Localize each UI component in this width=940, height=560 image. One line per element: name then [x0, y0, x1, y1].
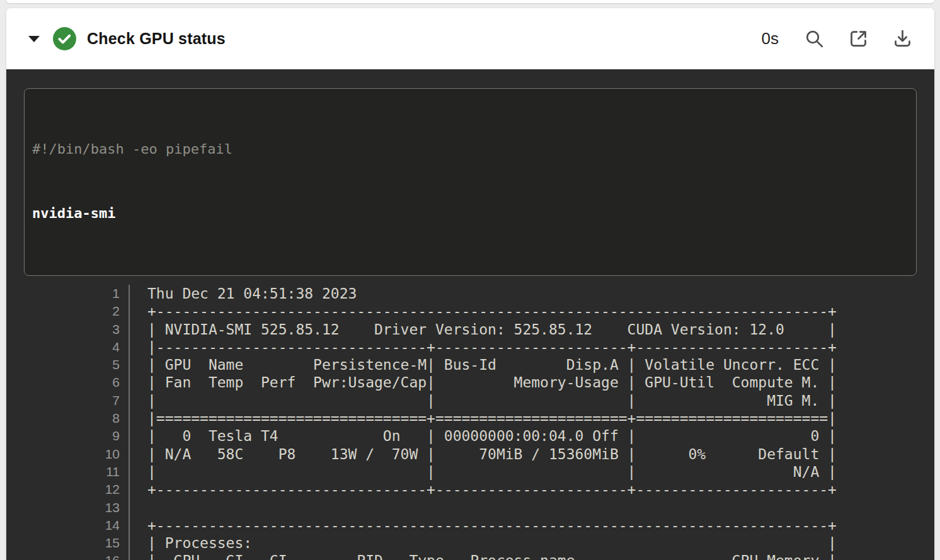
terminal-line: 10| N/A 58C P8 13W / 70W | 70MiB / 15360…: [6, 445, 934, 463]
step-title: Check GPU status: [87, 30, 226, 48]
line-number[interactable]: 7: [112, 393, 120, 408]
previous-card-edge: [6, 0, 934, 3]
gutter-divider: [129, 285, 130, 302]
line-content: | N/A 58C P8 13W / 70W | 70MiB / 15360Mi…: [147, 445, 837, 463]
line-content: | GPU Name Persistence-M| Bus-Id Disp.A …: [147, 356, 837, 374]
line-number[interactable]: 16: [105, 553, 120, 560]
terminal-line: 3| NVIDIA-SMI 525.85.12 Driver Version: …: [6, 321, 934, 338]
terminal-line: 5| GPU Name Persistence-M| Bus-Id Disp.A…: [6, 356, 934, 374]
terminal-panel: #!/bin/bash -eo pipefail nvidia-smi 1Thu…: [6, 69, 934, 560]
terminal-line: 6| Fan Temp Perf Pwr:Usage/Cap| Memory-U…: [6, 374, 934, 391]
step-card: Check GPU status 0s #!/: [6, 8, 934, 560]
line-gutter: 1: [6, 285, 120, 302]
terminal-line: 12+-------------------------------+-----…: [6, 481, 934, 498]
gutter-divider: [129, 409, 130, 427]
line-gutter: 6: [6, 374, 120, 391]
line-number[interactable]: 11: [106, 464, 120, 479]
search-button[interactable]: [803, 28, 825, 50]
gutter-divider: [129, 499, 130, 517]
line-content: | | | MIG M. |: [147, 392, 837, 409]
line-gutter: 13: [6, 499, 120, 517]
line-content: |===============================+=======…: [147, 409, 837, 427]
line-number[interactable]: 2: [112, 304, 120, 318]
download-button[interactable]: [891, 28, 914, 50]
line-content: Thu Dec 21 04:51:38 2023: [147, 285, 357, 302]
download-icon: [892, 28, 913, 49]
command-box: #!/bin/bash -eo pipefail nvidia-smi: [24, 88, 917, 276]
line-gutter: 9: [6, 427, 120, 445]
line-number[interactable]: 12: [105, 482, 120, 496]
gutter-divider: [129, 392, 130, 409]
gutter-divider: [129, 517, 130, 534]
open-in-new-icon: [848, 28, 869, 49]
line-content: | | | N/A |: [147, 463, 837, 481]
gutter-divider: [129, 374, 130, 391]
collapse-arrow-icon[interactable]: [28, 36, 40, 42]
line-gutter: 14: [6, 517, 120, 534]
gutter-divider: [129, 445, 130, 463]
open-in-new-button[interactable]: [847, 28, 869, 50]
line-content: | GPU GI CI PID Type Process name GPU Me…: [147, 552, 837, 560]
line-content: +-------------------------------+-------…: [147, 481, 837, 498]
terminal-line: 8|===============================+======…: [6, 409, 934, 427]
line-number[interactable]: 1: [112, 286, 120, 300]
line-content: |-------------------------------+-------…: [147, 338, 837, 356]
line-number[interactable]: 6: [112, 375, 120, 389]
line-gutter: 16: [6, 552, 120, 560]
gutter-divider: [129, 481, 130, 498]
line-number[interactable]: 9: [112, 428, 120, 443]
gutter-divider: [129, 321, 130, 338]
terminal-line: 13: [6, 499, 934, 517]
search-icon: [804, 28, 825, 49]
line-number[interactable]: 10: [105, 447, 120, 461]
line-number[interactable]: 15: [105, 535, 120, 550]
line-content: | NVIDIA-SMI 525.85.12 Driver Version: 5…: [147, 321, 837, 338]
line-gutter: 2: [6, 302, 120, 320]
line-number[interactable]: 5: [112, 357, 120, 372]
terminal-output: 1Thu Dec 21 04:51:38 20232+-------------…: [6, 285, 934, 560]
gutter-divider: [129, 552, 130, 560]
gutter-divider: [129, 356, 130, 374]
gutter-divider: [129, 534, 130, 552]
line-gutter: 5: [6, 356, 120, 374]
gutter-divider: [129, 427, 130, 445]
line-content: | Fan Temp Perf Pwr:Usage/Cap| Memory-Us…: [147, 374, 837, 391]
command-shebang: #!/bin/bash -eo pipefail: [32, 139, 908, 160]
line-content: +---------------------------------------…: [147, 517, 837, 534]
gutter-divider: [129, 302, 130, 320]
line-content: +---------------------------------------…: [147, 302, 837, 320]
step-duration: 0s: [762, 29, 779, 49]
terminal-line: 14+-------------------------------------…: [6, 517, 934, 534]
terminal-line: 9| 0 Tesla T4 On | 00000000:00:04.0 Off …: [6, 427, 934, 445]
line-gutter: 12: [6, 481, 120, 498]
line-gutter: 11: [6, 463, 120, 481]
terminal-line: 15| Processes: |: [6, 534, 934, 552]
line-content: | 0 Tesla T4 On | 00000000:00:04.0 Off |…: [147, 427, 837, 445]
step-header: Check GPU status 0s: [6, 8, 934, 69]
command-text: nvidia-smi: [32, 203, 908, 224]
success-status-icon: [53, 27, 76, 50]
terminal-line: 7| | | MIG M. |: [6, 392, 934, 409]
line-number[interactable]: 8: [112, 411, 120, 425]
line-gutter: 15: [6, 534, 120, 552]
terminal-line: 11| | | N/A |: [6, 463, 934, 481]
terminal-line: 4|-------------------------------+------…: [6, 338, 934, 356]
line-number[interactable]: 3: [112, 322, 120, 336]
terminal-line: 2+--------------------------------------…: [6, 302, 934, 320]
line-number[interactable]: 14: [105, 518, 120, 532]
line-gutter: 7: [6, 392, 120, 409]
terminal-line: 1Thu Dec 21 04:51:38 2023: [6, 285, 934, 302]
terminal-line: 16| GPU GI CI PID Type Process name GPU …: [6, 552, 934, 560]
line-gutter: 8: [6, 409, 120, 427]
line-gutter: 10: [6, 445, 120, 463]
line-gutter: 4: [6, 338, 120, 356]
line-number[interactable]: 13: [105, 500, 120, 515]
line-gutter: 3: [6, 321, 120, 338]
line-content: | Processes: |: [147, 534, 837, 552]
line-number[interactable]: 4: [112, 340, 120, 354]
gutter-divider: [129, 338, 130, 356]
gutter-divider: [129, 463, 130, 481]
